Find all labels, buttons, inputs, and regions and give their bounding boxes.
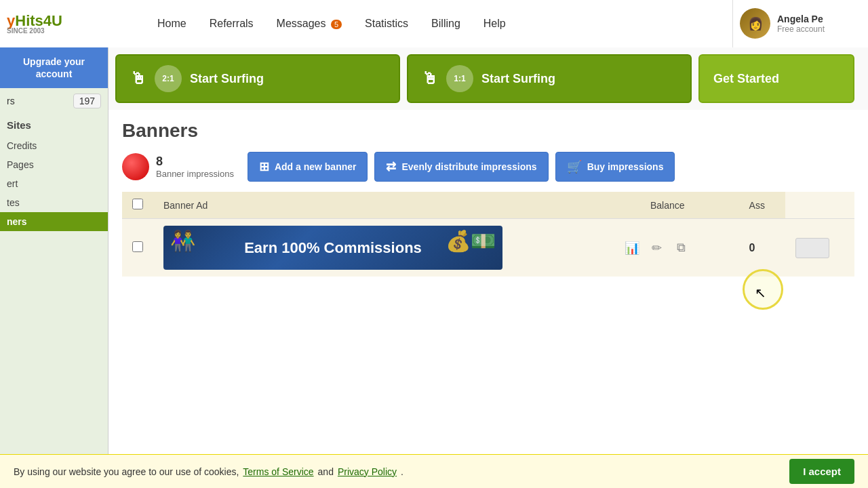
nav-billing[interactable]: Billing (423, 12, 469, 35)
messages-badge: 5 (331, 20, 342, 29)
impressions-label: Banner impressions (156, 169, 234, 179)
cookie-bar: By using our website you agree to our us… (0, 454, 868, 488)
impressions-info: 8 Banner impressions (122, 153, 234, 180)
user-name: Angela Pe (777, 14, 825, 24)
sidebar: Upgrade your account rs 197 Sites Credit… (0, 47, 108, 454)
banner-toolbar: 8 Banner impressions ⊞ Add a new banner … (122, 152, 854, 182)
impressions-details: 8 Banner impressions (156, 155, 234, 179)
assigned-cell (785, 219, 854, 277)
table-header: Banner Ad Balance Ass (122, 192, 854, 219)
cart-icon: 🛒 (567, 159, 582, 174)
add-banner-button[interactable]: ⊞ Add a new banner (248, 152, 368, 182)
col-banner-ad: Banner Ad (153, 192, 612, 219)
sidebar-item-banners[interactable]: ners (0, 212, 108, 231)
main-content: 🖱 2:1 Start Surfing 🖱 1:1 Start Surfing … (108, 47, 868, 454)
banners-area: Banners ↖ 8 Banner impressions ⊞ Add a n… (108, 110, 868, 287)
surf-label-2to1: Start Surfing (190, 72, 264, 86)
user-area: 👩 Angela Pe Free account (732, 0, 868, 47)
banner-money: 💰💵 (446, 229, 496, 253)
sidebar-item-tes[interactable]: tes (0, 193, 108, 212)
table-body: 👫 Earn 100% Commissions 💰💵 📊 ✏ ⧉ (122, 219, 854, 277)
assigned-box[interactable] (795, 238, 829, 258)
add-icon: ⊞ (259, 159, 269, 174)
surf-label-1to1: Start Surfing (481, 72, 555, 86)
avatar: 👩 (740, 8, 770, 39)
cookie-text: By using our website you agree to our us… (14, 466, 239, 477)
distribute-button[interactable]: ⇄ Evenly distribute impressions (374, 152, 548, 182)
col-balance: Balance (612, 192, 738, 219)
banner-people: 👫 (170, 229, 195, 253)
action-icons: 📊 ✏ ⧉ (623, 239, 728, 258)
sidebar-item-credits[interactable]: Credits (0, 136, 108, 155)
add-banner-label: Add a new banner (275, 161, 357, 172)
nav-referrals[interactable]: Referrals (201, 12, 262, 35)
logo-tagline: SINCE 2003 (7, 27, 62, 35)
distribute-icon: ⇄ (386, 159, 396, 174)
banner-table: Banner Ad Balance Ass 👫 Earn 100% (122, 192, 854, 277)
banner-ad-cell: 👫 Earn 100% Commissions 💰💵 (153, 219, 612, 277)
nav-home[interactable]: Home (149, 12, 195, 35)
table-row: 👫 Earn 100% Commissions 💰💵 📊 ✏ ⧉ (122, 219, 854, 277)
logo: yHits4U SINCE 2003 (7, 12, 62, 35)
sidebar-counter-label: rs (7, 96, 15, 106)
balance-value: 0 (749, 242, 755, 253)
logo-area: yHits4U SINCE 2003 (0, 0, 136, 47)
upgrade-button[interactable]: Upgrade your account (0, 47, 108, 88)
surf-ratio-1to1: 1:1 (446, 65, 473, 92)
get-started-button[interactable]: Get Started (698, 54, 854, 103)
cookie-and: and (318, 466, 334, 477)
cookie-period: . (401, 466, 403, 477)
sidebar-item-pages[interactable]: Pages (0, 155, 108, 174)
row-checkbox-cell (122, 219, 153, 277)
top-navigation: yHits4U SINCE 2003 Home Referrals Messag… (0, 0, 868, 47)
surf-ratio-2to1: 2:1 (155, 65, 182, 92)
impressions-count: 8 (156, 155, 234, 169)
row-checkbox[interactable] (132, 241, 143, 252)
accept-button[interactable]: I accept (789, 459, 854, 484)
balance-cell: 0 (739, 219, 785, 277)
header-checkbox-cell (122, 192, 153, 219)
nav-statistics[interactable]: Statistics (357, 12, 416, 35)
cursor-pointer: ↖ (755, 285, 766, 301)
banner-text: Earn 100% Commissions (244, 239, 422, 257)
mouse-icon-1to1: 🖱 (422, 69, 438, 88)
banner-image: 👫 Earn 100% Commissions 💰💵 (163, 226, 502, 270)
surf-row: 🖱 2:1 Start Surfing 🖱 1:1 Start Surfing … (108, 47, 868, 110)
counter-badge: 197 (73, 94, 101, 108)
sidebar-item-ert[interactable]: ert (0, 174, 108, 193)
col-assigned: Ass (739, 192, 785, 219)
user-plan: Free account (777, 24, 825, 34)
terms-of-service-link[interactable]: Terms of Service (243, 466, 313, 477)
nav-help[interactable]: Help (475, 12, 514, 35)
buy-impressions-button[interactable]: 🛒 Buy impressions (555, 152, 675, 182)
nav-messages[interactable]: Messages 5 (269, 12, 351, 35)
actions-cell: 📊 ✏ ⧉ (612, 219, 738, 277)
buy-label: Buy impressions (587, 161, 664, 172)
select-all-checkbox[interactable] (132, 199, 143, 209)
get-started-label: Get Started (713, 72, 779, 86)
nav-links: Home Referrals Messages 5 Statistics Bil… (136, 0, 732, 47)
distribute-label: Evenly distribute impressions (401, 161, 536, 172)
stats-icon[interactable]: 📊 (623, 239, 642, 258)
surf-button-2to1[interactable]: 🖱 2:1 Start Surfing (115, 54, 400, 103)
main-layout: Upgrade your account rs 197 Sites Credit… (0, 47, 868, 454)
sidebar-counter: rs 197 (0, 88, 108, 114)
privacy-policy-link[interactable]: Privacy Policy (338, 466, 397, 477)
user-info: Angela Pe Free account (777, 14, 825, 34)
mouse-icon-2to1: 🖱 (130, 69, 146, 88)
banners-title: Banners (122, 120, 854, 142)
copy-icon[interactable]: ⧉ (671, 239, 690, 258)
edit-icon[interactable]: ✏ (647, 239, 666, 258)
sidebar-sites-title: Sites (0, 114, 108, 136)
impressions-icon (122, 153, 149, 180)
surf-button-1to1[interactable]: 🖱 1:1 Start Surfing (407, 54, 692, 103)
